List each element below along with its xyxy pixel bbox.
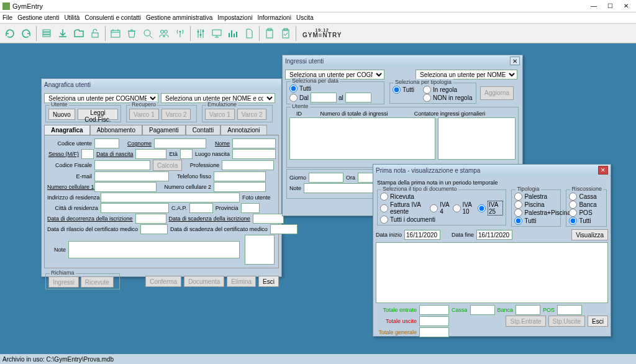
sesso-input[interactable] [81, 149, 94, 159]
tipol-piscina-radio[interactable] [514, 201, 522, 209]
stp-entrate-button[interactable]: Stp.Entrate [506, 316, 545, 327]
nome-input[interactable] [232, 139, 276, 148]
professione-input[interactable] [222, 160, 274, 170]
codice-utente-input[interactable] [94, 139, 119, 148]
aggiorna-button[interactable]: Aggiorna [480, 86, 514, 100]
menu-consulenti[interactable]: Consulenti e contatti [84, 14, 141, 21]
tab-abbonamento[interactable]: Abbonamento [90, 125, 142, 135]
cap-input[interactable] [189, 203, 213, 213]
close-button[interactable]: ✕ [619, 1, 634, 11]
menu-informazioni[interactable]: Informazioni [257, 14, 291, 21]
note-textarea[interactable] [68, 241, 240, 258]
data-dec-input[interactable] [135, 214, 166, 224]
folder-icon[interactable] [71, 26, 86, 41]
stp-uscite-button[interactable]: Stp.Uscite [548, 316, 586, 327]
ingressi-list[interactable] [289, 117, 435, 160]
nuovo-button[interactable]: Nuovo [48, 109, 75, 120]
sliders-icon[interactable] [193, 26, 208, 41]
data-nascita-input[interactable] [135, 149, 166, 159]
citta-input[interactable] [101, 203, 169, 213]
datainizio-input[interactable] [404, 230, 440, 240]
seltipo-noninregola-radio[interactable] [423, 94, 431, 102]
recupero-varco2-button[interactable]: Varco 2 [161, 109, 191, 120]
refresh-ccw-icon[interactable] [2, 26, 17, 41]
bar-chart-icon[interactable] [225, 26, 240, 41]
menu-utilita[interactable]: Utilità [64, 14, 80, 21]
tipo-fivaes-radio[interactable] [380, 204, 388, 212]
risc-banca-radio[interactable] [569, 201, 577, 209]
ingr-note-input[interactable] [304, 183, 383, 193]
search-user-icon[interactable] [140, 26, 155, 41]
cf-input[interactable] [94, 160, 150, 170]
calcola-button[interactable]: Calcola [153, 160, 182, 171]
email-input[interactable] [94, 171, 169, 181]
cert-ril-input[interactable] [140, 224, 168, 234]
prima-esci-button[interactable]: Esci [588, 316, 608, 327]
tipo-tuttidoc-radio[interactable] [380, 216, 388, 224]
database-icon[interactable] [39, 26, 54, 41]
tipo-iva10-radio[interactable] [453, 204, 461, 212]
seltipo-inregola-radio[interactable] [423, 86, 431, 94]
trash-icon[interactable] [124, 26, 139, 41]
emul-varco2-button[interactable]: Varco 2 [237, 109, 267, 120]
primanota-list[interactable] [376, 242, 608, 303]
data-scad-input[interactable] [253, 214, 284, 224]
contatore-list[interactable] [438, 117, 516, 160]
cognome-input[interactable] [154, 139, 206, 148]
leggi-cf-button[interactable]: Leggi Cod.Fisc. [78, 109, 118, 120]
unlock-icon[interactable] [88, 26, 102, 41]
anag-esci-button[interactable]: Esci [258, 276, 279, 287]
menu-impostazioni[interactable]: Impostazioni [217, 14, 252, 21]
seldata-dal-radio[interactable] [289, 94, 298, 102]
tipol-tutti-radio[interactable] [514, 217, 522, 225]
cell2-input[interactable] [214, 182, 266, 192]
emul-varco1-button[interactable]: Varco 1 [205, 109, 235, 120]
primanota-close-button[interactable]: ✕ [598, 166, 608, 175]
eta-input[interactable] [180, 149, 193, 159]
datafine-input[interactable] [476, 230, 512, 240]
minimize-button[interactable]: — [586, 1, 601, 11]
calendar-icon[interactable] [108, 26, 123, 41]
document-icon[interactable] [242, 26, 257, 41]
ingressi-close-button[interactable]: ✕ [510, 57, 520, 65]
recupero-varco1-button[interactable]: Varco 1 [129, 109, 159, 120]
maximize-button[interactable]: ☐ [602, 1, 617, 11]
elimina-button[interactable]: Elimina [227, 276, 256, 287]
telefono-input[interactable] [214, 171, 266, 181]
menu-file[interactable]: File [2, 14, 12, 21]
tab-anagrafica[interactable]: Anagrafica [44, 125, 90, 135]
giorno-input[interactable] [309, 173, 343, 183]
menu-uscita[interactable]: Uscita [296, 14, 314, 21]
indirizzo-input[interactable] [101, 193, 240, 202]
risc-cassa-radio[interactable] [569, 193, 577, 201]
monitor-icon[interactable] [209, 26, 224, 41]
broadcast-icon[interactable] [173, 26, 188, 41]
menu-gestione-amm[interactable]: Gestione amministrativa [146, 14, 212, 21]
clipboard-check-icon[interactable] [278, 26, 293, 41]
refresh-cw-icon[interactable] [19, 26, 34, 41]
tipo-iva4-radio[interactable] [430, 204, 438, 212]
tipo-iva25-radio[interactable] [478, 204, 486, 212]
conferma-button[interactable]: Conferma [145, 276, 181, 287]
tipol-palpisc-radio[interactable] [514, 209, 522, 217]
risc-pos-radio[interactable] [569, 209, 577, 217]
clipboard-icon[interactable] [262, 26, 277, 41]
cert-scad-input[interactable] [270, 224, 298, 234]
tab-annotazioni[interactable]: Annotazioni [220, 125, 266, 135]
documenta-button[interactable]: Documenta [184, 276, 224, 287]
cell1-input[interactable] [94, 182, 157, 192]
richiama-ingressi-button[interactable]: Ingressi [48, 276, 79, 288]
seldata-tutti-radio[interactable] [289, 84, 298, 93]
luogo-nascita-input[interactable] [232, 149, 276, 159]
tipol-palestra-radio[interactable] [514, 193, 522, 201]
visualizza-button[interactable]: Visualizza [571, 229, 608, 240]
seltipo-tutti-radio[interactable] [393, 86, 401, 94]
menu-gestione-utenti[interactable]: Gestione utenti [17, 14, 59, 21]
tab-contatti[interactable]: Contatti [186, 125, 220, 135]
prov-input[interactable] [241, 203, 260, 213]
richiama-ricevute-button[interactable]: Ricevute [81, 276, 114, 288]
risc-tutti-radio[interactable] [569, 217, 577, 225]
dal-input[interactable] [311, 93, 337, 102]
tipo-ricevuta-radio[interactable] [380, 193, 388, 201]
users-icon[interactable] [157, 26, 171, 41]
